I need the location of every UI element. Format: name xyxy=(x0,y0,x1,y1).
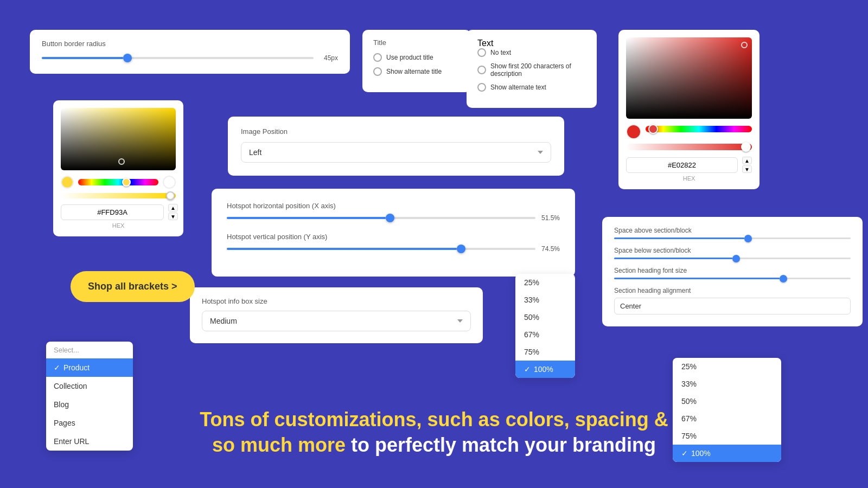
hue-slider-red[interactable] xyxy=(646,126,752,132)
border-radius-slider-row: 45px xyxy=(42,54,338,62)
bottom-text-line2: so much more to perfectly match your bra… xyxy=(0,433,868,458)
hotspot-x-thumb[interactable] xyxy=(386,214,394,222)
hotspot-y-track[interactable] xyxy=(227,248,535,250)
text-label-3: Show alternate text xyxy=(490,84,546,91)
border-radius-thumb[interactable] xyxy=(123,54,132,62)
bottom-text-part2-yellow: so much more xyxy=(212,434,346,456)
image-position-select[interactable]: Left Right Center xyxy=(241,142,551,163)
text-radio-2[interactable] xyxy=(477,66,486,74)
hue-slider-yellow[interactable] xyxy=(78,179,158,185)
hotspot-y-fill xyxy=(227,248,457,250)
percent-item-33[interactable]: 33% xyxy=(515,291,575,309)
color-picker-dot-red[interactable] xyxy=(741,42,748,48)
color-swatch-row-yellow xyxy=(61,176,176,189)
border-radius-fill xyxy=(42,57,123,59)
color-gradient-red[interactable] xyxy=(626,37,752,119)
hex-label-yellow: HEX xyxy=(61,222,176,229)
title-option-2[interactable]: Show alternate title xyxy=(373,67,460,76)
border-radius-card: Button border radius 45px xyxy=(30,30,350,74)
title-label-2: Show alternate title xyxy=(386,68,442,75)
select-collection[interactable]: Collection xyxy=(46,377,133,395)
opacity-slider-yellow[interactable] xyxy=(61,193,176,198)
hotspot-x-slider-row: 51.5% xyxy=(227,214,560,222)
text-radio-1[interactable] xyxy=(477,48,486,57)
hotspot-size-card: Hotspot info box size Small Medium Large xyxy=(190,287,483,343)
bottom-text: Tons of customizations, such as colors, … xyxy=(0,407,868,458)
section-heading-align-label: Section heading alignment xyxy=(614,287,851,294)
section-heading-font-thumb[interactable] xyxy=(780,275,787,282)
title-option-1[interactable]: Use product title xyxy=(373,53,460,62)
space-above-fill xyxy=(614,237,744,239)
check-icon-product: ✓ xyxy=(54,363,60,372)
hotspot-x-track[interactable] xyxy=(227,217,535,219)
color-swatch-white[interactable] xyxy=(163,176,176,189)
spinner-down-yellow[interactable]: ▼ xyxy=(168,213,178,220)
percent-item-67[interactable]: 67% xyxy=(515,326,575,343)
title-radio-2[interactable] xyxy=(373,67,382,76)
hue-thumb-yellow[interactable] xyxy=(122,178,131,187)
spinner-down-red[interactable]: ▼ xyxy=(742,165,752,173)
space-above-label: Space above section/block xyxy=(614,227,851,234)
text-card: Text No text Show first 200 characters o… xyxy=(467,30,597,108)
text-option-2[interactable]: Show first 200 characters of description xyxy=(477,62,586,78)
border-radius-track[interactable] xyxy=(42,57,314,59)
text-radio-3[interactable] xyxy=(477,83,486,92)
hotspot-y-slider-row: 74.5% xyxy=(227,245,560,253)
title-radio-1[interactable] xyxy=(373,53,382,62)
color-swatch-red[interactable] xyxy=(626,124,641,139)
hue-thumb-red[interactable] xyxy=(648,124,658,134)
hex-label-red: HEX xyxy=(626,175,752,182)
hex-input-red[interactable] xyxy=(626,157,738,173)
bottom-text-line1: Tons of customizations, such as colors, … xyxy=(0,407,868,433)
title-card: Title Use product title Show alternate t… xyxy=(362,30,471,92)
hotspot-size-select[interactable]: Small Medium Large xyxy=(202,311,471,331)
opacity-slider-red[interactable] xyxy=(626,144,752,150)
bottom-text-part2-white: to perfectly match your branding xyxy=(346,434,656,456)
space-above-track[interactable] xyxy=(614,237,851,239)
hotspot-y-thumb[interactable] xyxy=(457,245,465,253)
check-icon-percent: ✓ xyxy=(524,365,531,374)
text-header: Text xyxy=(477,38,586,48)
border-radius-label: Button border radius xyxy=(42,40,338,48)
space-below-thumb[interactable] xyxy=(732,255,740,262)
space-above-thumb[interactable] xyxy=(744,235,752,242)
section-heading-align-select[interactable]: Center Left Right xyxy=(614,298,851,314)
percent-item-75[interactable]: 75% xyxy=(515,343,575,361)
section-heading-font-label: Section heading font size xyxy=(614,267,851,274)
border-radius-value: 45px xyxy=(319,54,338,62)
space-below-fill xyxy=(614,258,732,259)
percent-item-50[interactable]: 50% xyxy=(515,309,575,326)
hotspot-x-value: 51.5% xyxy=(541,214,560,222)
select-placeholder[interactable]: Select... xyxy=(46,342,133,358)
space-below-track[interactable] xyxy=(614,258,851,259)
color-swatch-yellow[interactable] xyxy=(61,176,74,189)
select-product[interactable]: ✓ Product xyxy=(46,358,133,377)
hotspot-x-label: Hotspot horizontal position (X axis) xyxy=(227,202,560,210)
text-option-1[interactable]: No text xyxy=(477,48,586,57)
dropdown-percent-left: 25% 33% 50% 67% 75% ✓ 100% xyxy=(515,274,575,378)
section-heading-font-track[interactable] xyxy=(614,278,851,279)
hotspot-y-label: Hotspot vertical position (Y axis) xyxy=(227,233,560,241)
section-heading-font-fill xyxy=(614,278,780,279)
text-label-1: No text xyxy=(490,49,511,56)
hex-row-yellow: ▲ ▼ xyxy=(61,204,176,220)
color-picker-dot-yellow[interactable] xyxy=(118,158,125,165)
color-picker-yellow-card: ▲ ▼ HEX xyxy=(53,100,183,236)
percent-item-25[interactable]: 25% xyxy=(515,274,575,291)
opacity-thumb-red[interactable] xyxy=(741,142,751,152)
spinner-up-yellow[interactable]: ▲ xyxy=(168,204,178,211)
spinner-yellow: ▲ ▼ xyxy=(168,204,178,220)
shop-brackets-button[interactable]: Shop all brackets > xyxy=(71,271,195,302)
color-gradient-yellow[interactable] xyxy=(61,108,176,170)
hotspot-y-value: 74.5% xyxy=(541,245,560,253)
spinner-up-red[interactable]: ▲ xyxy=(742,157,752,164)
r-percent-item-33[interactable]: 33% xyxy=(673,375,781,393)
space-settings-card: Space above section/block Space below se… xyxy=(602,217,863,326)
spinner-red: ▲ ▼ xyxy=(742,157,752,173)
text-option-3[interactable]: Show alternate text xyxy=(477,83,586,92)
opacity-thumb-yellow[interactable] xyxy=(166,191,175,200)
percent-item-100[interactable]: ✓ 100% xyxy=(515,361,575,378)
title-header: Title xyxy=(373,38,460,47)
hex-input-yellow[interactable] xyxy=(61,204,164,220)
r-percent-item-25[interactable]: 25% xyxy=(673,358,781,375)
